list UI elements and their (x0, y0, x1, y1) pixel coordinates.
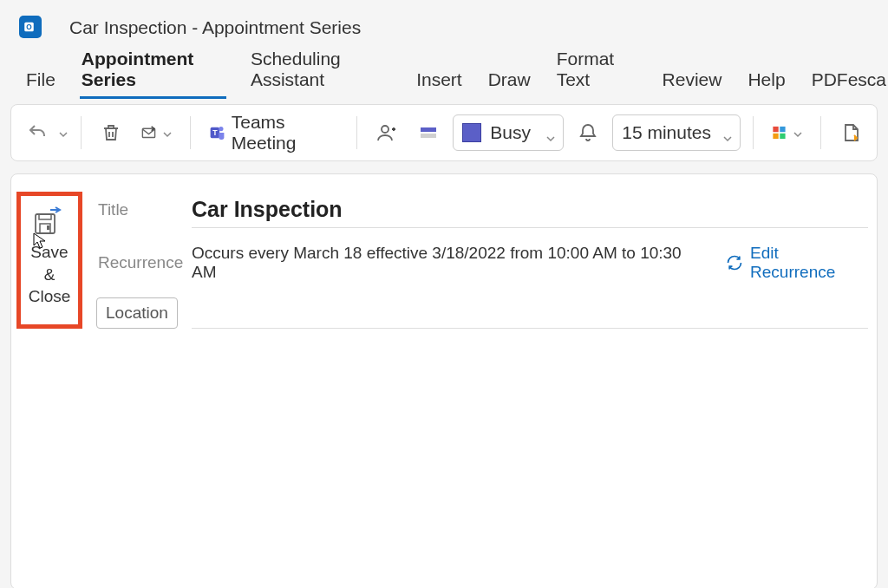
undo-dropdown-icon[interactable] (58, 127, 69, 138)
status-label: Busy (490, 122, 531, 143)
tab-appointment-series[interactable]: Appointment Series (80, 42, 226, 99)
show-as-button[interactable] (411, 114, 446, 152)
save-close-icon (35, 206, 64, 234)
location-button[interactable]: Location (96, 297, 178, 329)
svg-rect-9 (774, 127, 779, 132)
immersive-reader-button[interactable] (833, 114, 868, 152)
edit-recurrence-label: Edit Recurrence (750, 244, 868, 282)
tab-insert[interactable]: Insert (415, 62, 464, 99)
tab-file[interactable]: File (24, 62, 57, 99)
forward-button[interactable] (135, 114, 178, 152)
svg-rect-7 (421, 127, 436, 132)
delete-button[interactable] (94, 114, 128, 152)
recurrence-label: Recurrence (96, 253, 192, 272)
title-input[interactable] (192, 192, 868, 228)
outlook-icon: O (19, 16, 42, 38)
chevron-down-icon (793, 127, 803, 138)
chevron-down-icon (162, 127, 173, 138)
window-title: Car Inspection - Appointment Series (69, 17, 361, 38)
svg-rect-8 (421, 134, 436, 138)
save-close-label: Save & Close (29, 241, 71, 308)
toolbar: T Teams Meeting Busy 15 minutes (10, 104, 878, 161)
reminder-icon-button[interactable] (571, 114, 605, 152)
tab-format-text[interactable]: Format Text (555, 42, 638, 99)
save-close-button[interactable]: Save & Close (16, 192, 82, 329)
edit-recurrence-link[interactable]: Edit Recurrence (726, 244, 868, 282)
svg-rect-10 (780, 127, 785, 132)
location-input[interactable] (192, 298, 868, 329)
chevron-down-icon (545, 127, 556, 138)
tab-pdfescape[interactable]: PDFesca (810, 62, 888, 99)
status-dropdown[interactable]: Busy (453, 114, 564, 151)
svg-text:T: T (212, 129, 218, 138)
ribbon-tabs: File Appointment Series Scheduling Assis… (0, 56, 888, 99)
svg-rect-12 (780, 134, 785, 139)
recurrence-text: Occurs every March 18 effective 3/18/202… (192, 244, 708, 282)
reminder-label: 15 minutes (622, 122, 711, 143)
svg-text:O: O (26, 23, 32, 31)
tab-help[interactable]: Help (746, 62, 787, 99)
title-label: Title (96, 200, 192, 219)
refresh-icon (726, 254, 743, 271)
content-area: Save & Close Title Recurrence Occurs eve… (10, 173, 878, 588)
teams-meeting-button[interactable]: T Teams Meeting (203, 114, 345, 152)
teams-meeting-label: Teams Meeting (232, 112, 340, 154)
categorize-button[interactable] (766, 114, 808, 152)
tab-review[interactable]: Review (661, 62, 724, 99)
status-swatch-icon (462, 123, 481, 142)
svg-point-4 (219, 127, 223, 131)
undo-button[interactable] (20, 114, 55, 152)
chevron-down-icon (722, 127, 733, 138)
reminder-dropdown[interactable]: 15 minutes (612, 114, 741, 151)
svg-point-6 (382, 126, 388, 133)
tab-scheduling-assistant[interactable]: Scheduling Assistant (249, 42, 392, 99)
svg-rect-16 (47, 225, 49, 230)
tab-draw[interactable]: Draw (486, 62, 532, 99)
svg-rect-11 (774, 134, 779, 139)
invite-attendees-button[interactable] (369, 114, 404, 152)
